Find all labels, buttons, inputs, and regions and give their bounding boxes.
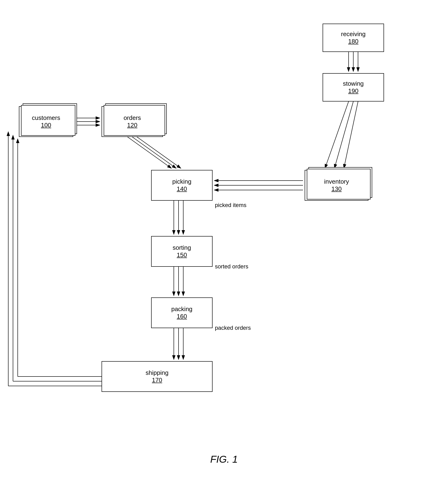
label-picked-items: picked items [215, 202, 246, 208]
node-picking-label: picking [172, 178, 192, 185]
node-receiving-id: 180 [348, 38, 358, 45]
node-packing: packing 160 [151, 297, 212, 328]
node-customers: customers 100 [19, 106, 73, 137]
node-receiving: receiving 180 [322, 24, 384, 52]
node-sorting: sorting 150 [151, 236, 212, 267]
node-inventory: inventory 130 [305, 170, 368, 201]
node-stowing-label: stowing [343, 80, 364, 87]
node-stowing: stowing 190 [322, 73, 384, 101]
node-packing-label: packing [171, 305, 193, 313]
svg-line-5 [335, 101, 353, 168]
label-packed-orders: packed orders [215, 325, 251, 331]
svg-line-11 [132, 137, 176, 168]
node-inventory-id: 130 [331, 185, 341, 192]
diagram: receiving 180 stowing 190 customers 100 … [0, 0, 448, 472]
node-shipping: shipping 170 [101, 361, 212, 392]
label-sorted-orders: sorted orders [215, 263, 248, 270]
node-orders-id: 120 [127, 122, 137, 129]
node-sorting-id: 150 [177, 251, 187, 259]
node-stowing-id: 190 [348, 87, 358, 95]
node-orders: orders 120 [101, 106, 163, 137]
svg-line-10 [127, 137, 171, 168]
node-inventory-label: inventory [324, 178, 349, 185]
node-orders-label: orders [124, 114, 141, 122]
node-packing-id: 160 [177, 313, 187, 320]
node-customers-id: 100 [41, 122, 51, 129]
svg-line-6 [344, 101, 358, 168]
arrows-overlay [0, 0, 448, 472]
figure-label: FIG. 1 [210, 454, 238, 465]
node-shipping-id: 170 [152, 376, 162, 384]
svg-line-12 [137, 137, 181, 168]
node-receiving-label: receiving [341, 30, 365, 38]
node-sorting-label: sorting [173, 244, 191, 251]
node-customers-label: customers [32, 114, 60, 122]
node-shipping-label: shipping [146, 369, 169, 376]
node-picking: picking 140 [151, 170, 212, 201]
node-picking-id: 140 [177, 185, 187, 192]
svg-line-4 [325, 101, 349, 168]
